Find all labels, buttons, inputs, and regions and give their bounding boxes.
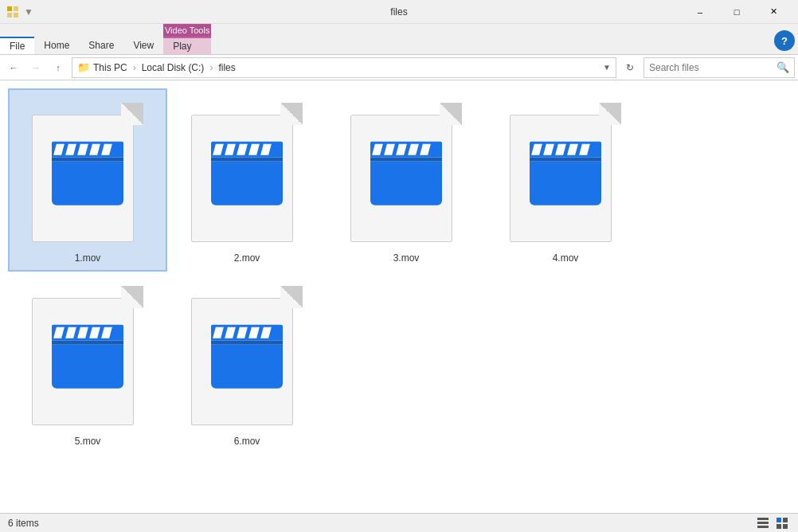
details-view-button[interactable] <box>755 515 771 531</box>
close-button[interactable]: ✕ <box>755 0 792 24</box>
breadcrumb-sep-1: › <box>133 62 136 73</box>
svg-rect-7 <box>776 518 781 522</box>
title-bar: ▼ files – □ ✕ <box>0 0 798 24</box>
file-name-1: 1.mov <box>75 252 101 264</box>
mov-file-icon-4 <box>510 103 621 242</box>
breadcrumb-this-pc[interactable]: This PC <box>93 62 127 73</box>
file-icon-wrap-1 <box>24 96 151 248</box>
file-name-6: 6.mov <box>234 436 260 447</box>
nav-buttons: ← → ↑ <box>3 57 68 78</box>
mov-file-icon-2 <box>191 103 303 242</box>
address-field[interactable]: 📁 This PC › Local Disk (C:) › files ▼ <box>72 57 616 78</box>
quick-access-icon[interactable]: ▼ <box>22 6 35 18</box>
window-icon <box>6 6 19 18</box>
svg-rect-5 <box>757 522 769 524</box>
breadcrumb-files[interactable]: files <box>218 62 235 73</box>
up-button[interactable]: ↑ <box>48 57 68 78</box>
help-button[interactable]: ? <box>774 30 795 51</box>
mov-file-icon-1 <box>32 103 143 242</box>
tab-share[interactable]: Share <box>79 37 123 54</box>
svg-rect-0 <box>7 6 12 11</box>
file-icon-wrap-3 <box>342 96 470 248</box>
status-bar: 6 items <box>0 513 798 532</box>
maximize-button[interactable]: □ <box>718 0 755 24</box>
svg-rect-3 <box>14 13 18 18</box>
file-item-1[interactable]: 1.mov <box>8 88 167 272</box>
search-icon[interactable]: 🔍 <box>776 61 789 73</box>
video-tools-label: Video Tools <box>163 24 211 37</box>
file-grid: 1.mov <box>8 88 790 455</box>
file-area: 1.mov <box>0 80 798 513</box>
tab-file[interactable]: File <box>0 37 34 54</box>
search-input[interactable] <box>649 62 773 73</box>
svg-rect-9 <box>776 524 781 529</box>
forward-button[interactable]: → <box>25 57 46 78</box>
file-icon-wrap-6 <box>183 280 311 431</box>
address-dropdown-icon[interactable]: ▼ <box>603 63 611 72</box>
status-item-count: 6 items <box>8 518 39 529</box>
refresh-button[interactable]: ↻ <box>620 57 640 78</box>
file-item-4[interactable]: 4.mov <box>486 88 645 272</box>
large-icons-view-button[interactable] <box>774 515 790 531</box>
mov-file-icon-6 <box>191 286 303 425</box>
address-bar: ← → ↑ 📁 This PC › Local Disk (C:) › file… <box>0 55 798 80</box>
file-item-5[interactable]: 5.mov <box>8 272 167 455</box>
breadcrumb-local-disk[interactable]: Local Disk (C:) <box>142 62 205 73</box>
svg-rect-4 <box>757 518 769 520</box>
mov-file-icon-3 <box>350 103 462 242</box>
search-box[interactable]: 🔍 <box>643 57 795 78</box>
title-bar-controls: – □ ✕ <box>682 0 792 24</box>
svg-rect-10 <box>783 524 788 529</box>
file-item-3[interactable]: 3.mov <box>327 88 486 272</box>
file-icon-wrap-4 <box>502 96 629 248</box>
folder-icon: 📁 <box>77 61 90 73</box>
ribbon: File Home Share View Video Tools Play ? <box>0 24 798 55</box>
file-name-2: 2.mov <box>234 252 260 264</box>
file-name-5: 5.mov <box>75 436 101 447</box>
tab-view[interactable]: View <box>123 37 163 54</box>
file-item-6[interactable]: 6.mov <box>167 272 327 455</box>
file-name-3: 3.mov <box>393 252 420 264</box>
back-button[interactable]: ← <box>3 57 24 78</box>
mov-file-icon-5 <box>32 286 143 425</box>
breadcrumb-sep-2: › <box>209 62 213 73</box>
svg-rect-2 <box>7 13 12 18</box>
title-bar-icons: ▼ <box>6 6 35 18</box>
svg-rect-1 <box>14 6 18 11</box>
file-icon-wrap-5 <box>24 280 151 431</box>
view-controls <box>755 515 790 531</box>
svg-rect-8 <box>783 518 788 522</box>
minimize-button[interactable]: – <box>682 0 718 24</box>
tab-play[interactable]: Play <box>163 37 211 54</box>
tab-home[interactable]: Home <box>34 37 79 54</box>
file-item-2[interactable]: 2.mov <box>167 88 327 272</box>
main-content: 1.mov <box>0 80 798 513</box>
file-name-4: 4.mov <box>553 252 579 264</box>
window-title: files <box>390 6 407 18</box>
svg-rect-6 <box>757 526 769 528</box>
file-icon-wrap-2 <box>183 96 311 248</box>
